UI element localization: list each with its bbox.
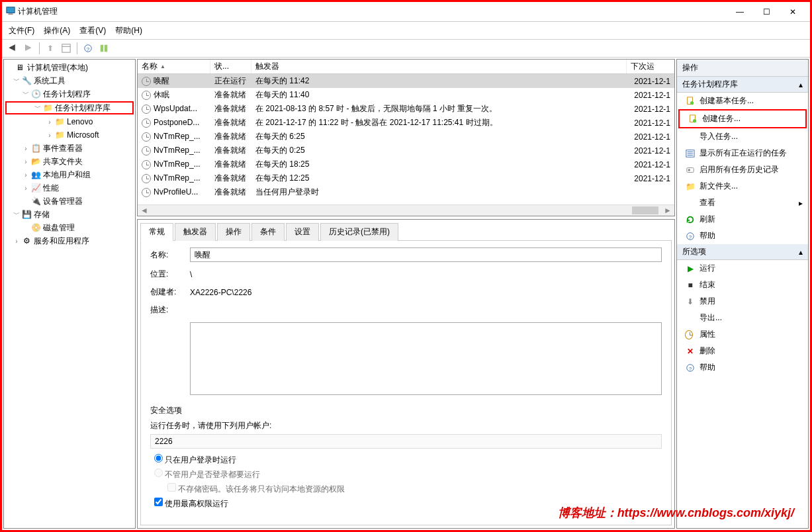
tree-perf[interactable]: 性能 xyxy=(43,183,59,194)
expand-icon[interactable]: ﹀ xyxy=(21,89,30,99)
tree-systools[interactable]: 系统工具 xyxy=(34,75,66,87)
table-row[interactable]: PostponeD...准备就绪在 2021-12-17 的 11:22 时 -… xyxy=(138,116,674,130)
expand-icon[interactable]: › xyxy=(45,118,54,126)
tree-devmgr[interactable]: 设备管理器 xyxy=(43,196,83,207)
toolbar: ⯇ ⯈ ⬆ ? xyxy=(2,39,810,58)
table-row[interactable]: NvTmRep_...准备就绪在每天的 18:252021-12-1 xyxy=(138,157,674,171)
list-body[interactable]: 唤醒正在运行在每天的 11:422021-12-1休眠准备就绪在每天的 11:4… xyxy=(138,74,674,204)
expand-icon[interactable]: › xyxy=(21,145,30,152)
tree-microsoft[interactable]: Microsoft xyxy=(67,130,99,140)
tree-storage[interactable]: 存储 xyxy=(34,209,50,220)
name-field[interactable] xyxy=(190,247,662,262)
doc-new-icon xyxy=(688,114,698,124)
scroll-thumb[interactable] xyxy=(632,206,658,214)
expand-icon[interactable]: › xyxy=(21,185,30,192)
table-row[interactable]: NvProfileU...准备就绪当任何用户登录时 xyxy=(138,185,674,199)
action-item[interactable]: 📁新文件夹... xyxy=(677,178,808,195)
action-item[interactable]: ⬇禁用 xyxy=(677,293,808,310)
col-next[interactable]: 下次运 xyxy=(627,60,674,73)
tab-history[interactable]: 历史记录(已禁用) xyxy=(320,223,398,241)
collapse-icon[interactable]: ▴ xyxy=(799,247,803,257)
table-row[interactable]: NvTmRep_...准备就绪在每天的 6:252021-12-1 xyxy=(138,130,674,144)
tree-users[interactable]: 本地用户和组 xyxy=(43,169,91,181)
action-item[interactable]: 导入任务... xyxy=(677,128,808,145)
tab-general[interactable]: 常规 xyxy=(140,223,173,241)
expand-icon[interactable]: › xyxy=(12,238,21,245)
maximize-button[interactable]: ☐ xyxy=(753,4,780,20)
scroll-right-icon[interactable]: ► xyxy=(661,206,674,215)
minimize-button[interactable]: — xyxy=(727,4,753,20)
action-item[interactable]: 创建基本任务... xyxy=(677,93,808,109)
expand-icon[interactable]: › xyxy=(21,171,30,179)
clock-icon xyxy=(142,146,151,155)
help-button[interactable]: ? xyxy=(81,42,95,55)
col-name[interactable]: 名称 xyxy=(138,60,210,73)
actions-group-library[interactable]: 任务计划程序库▴ xyxy=(677,77,808,93)
table-row[interactable]: 休眠准备就绪在每天的 11:402021-12-1 xyxy=(138,88,674,102)
expand-icon[interactable]: › xyxy=(21,158,30,165)
menu-action[interactable]: 操作(A) xyxy=(41,24,73,38)
table-row[interactable]: WpsUpdat...准备就绪在 2021-08-13 的 8:57 时 - 触… xyxy=(138,102,674,116)
expand-icon[interactable]: › xyxy=(45,132,54,139)
expand-icon[interactable]: ﹀ xyxy=(33,103,42,112)
action-item[interactable]: 显示所有正在运行的任务 xyxy=(677,145,808,161)
col-status[interactable]: 状... xyxy=(210,60,251,73)
tree-lenovo[interactable]: Lenovo xyxy=(67,117,93,126)
table-row[interactable]: 唤醒正在运行在每天的 11:422021-12-1 xyxy=(138,74,674,88)
folder-icon: 📁 xyxy=(54,130,65,140)
forward-button[interactable]: ⯈ xyxy=(22,42,35,55)
actions-group-selected[interactable]: 所选项▴ xyxy=(677,244,808,260)
radio-logged-on[interactable]: 只在用户登录时运行 xyxy=(154,454,662,466)
action-item[interactable]: ■结束 xyxy=(677,277,808,293)
radio-any-login[interactable]: 不管用户是否登录都要运行 xyxy=(154,468,662,480)
tab-actions[interactable]: 操作 xyxy=(217,223,250,241)
main-pane: 名称 状... 触发器 下次运 唤醒正在运行在每天的 11:422021-12-… xyxy=(137,59,675,529)
action-item[interactable]: 导出... xyxy=(677,310,808,326)
action-item[interactable]: ✕删除 xyxy=(677,343,808,359)
col-trigger[interactable]: 触发器 xyxy=(251,60,627,73)
horizontal-scrollbar[interactable]: ◄ ► xyxy=(138,204,674,216)
desc-field[interactable] xyxy=(190,322,662,395)
action-item[interactable]: ?帮助 xyxy=(677,359,808,376)
action-item[interactable]: ▶运行 xyxy=(677,260,808,277)
tab-triggers[interactable]: 触发器 xyxy=(175,223,216,241)
nav-tree[interactable]: 🖥计算机管理(本地) ﹀🔧系统工具 ﹀🕒任务计划程序 ﹀📁任务计划程序库 ›📁L… xyxy=(3,59,136,529)
action-item[interactable]: 查看▸ xyxy=(677,195,808,211)
collapse-icon[interactable]: ▴ xyxy=(799,80,803,89)
menu-file[interactable]: 文件(F) xyxy=(6,24,37,38)
preview-button[interactable] xyxy=(97,42,111,55)
action-item[interactable]: 启用所有任务历史记录 xyxy=(677,161,808,178)
clock-icon xyxy=(142,188,151,197)
table-row[interactable]: NvTmRep_...准备就绪在每天的 12:252021-12-1 xyxy=(138,171,674,185)
action-item[interactable]: ?帮助 xyxy=(677,228,808,244)
check-no-password[interactable]: 不存储密码。该任务将只有访问本地资源的权限 xyxy=(167,483,662,495)
menu-view[interactable]: 查看(V) xyxy=(77,24,109,38)
tree-diskmgmt[interactable]: 磁盘管理 xyxy=(43,222,75,234)
tree-root[interactable]: 计算机管理(本地) xyxy=(27,62,88,73)
close-button[interactable]: ✕ xyxy=(780,4,806,20)
action-label: 创建基本任务... xyxy=(699,95,754,107)
tree-tasksched[interactable]: 任务计划程序 xyxy=(43,89,91,100)
security-legend: 安全选项 xyxy=(150,405,662,416)
action-item[interactable]: 刷新 xyxy=(677,211,808,228)
up-button[interactable]: ⬆ xyxy=(44,42,57,55)
table-row[interactable]: NvTmRep_...准备就绪在每天的 0:252021-12-1 xyxy=(138,144,674,157)
tab-settings[interactable]: 设置 xyxy=(286,223,319,241)
toggle-icon xyxy=(685,165,696,175)
expand-icon[interactable]: ﹀ xyxy=(12,76,21,85)
event-icon: 📋 xyxy=(30,143,41,154)
action-item[interactable]: 创建任务... xyxy=(678,109,807,128)
actions-items-library: 创建基本任务...创建任务...导入任务...显示所有正在运行的任务启用所有任务… xyxy=(677,93,808,244)
back-button[interactable]: ⯇ xyxy=(6,42,19,55)
scroll-left-icon[interactable]: ◄ xyxy=(138,206,151,215)
tree-services[interactable]: 服务和应用程序 xyxy=(34,236,89,247)
svg-text:?: ? xyxy=(689,365,692,371)
expand-icon[interactable]: ﹀ xyxy=(12,210,21,219)
view-button[interactable] xyxy=(60,42,73,55)
menu-help[interactable]: 帮助(H) xyxy=(113,24,145,38)
action-item[interactable]: 属性 xyxy=(677,326,808,343)
tree-taskslib[interactable]: 任务计划程序库 xyxy=(55,103,111,114)
tab-conditions[interactable]: 条件 xyxy=(251,223,285,241)
tree-eventviewer[interactable]: 事件查看器 xyxy=(43,143,83,154)
tree-shared[interactable]: 共享文件夹 xyxy=(43,156,83,167)
